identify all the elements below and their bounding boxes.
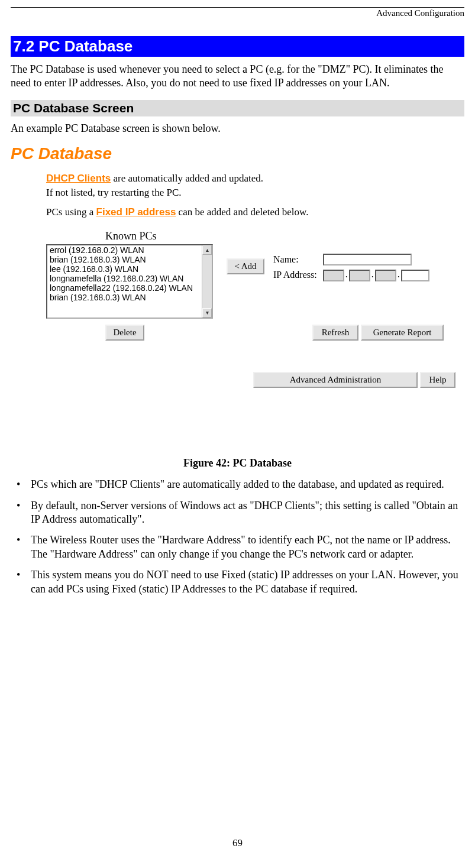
listbox-scrollbar[interactable]: ▴ ▾ — [202, 245, 212, 318]
generate-report-button[interactable]: Generate Report — [361, 325, 444, 341]
ip-octet-2[interactable] — [349, 270, 370, 281]
ui-title: PC Database — [11, 144, 464, 163]
advanced-admin-button[interactable]: Advanced Administration — [253, 372, 418, 388]
ui-body: Known PCs errol (192.168.0.2) WLAN brian… — [46, 230, 464, 449]
scroll-up-icon[interactable]: ▴ — [202, 245, 212, 255]
fixed-post-text: can be added and deleted below. — [176, 206, 308, 218]
ip-octet-1[interactable] — [323, 270, 344, 281]
list-item[interactable]: longnamefella (192.168.0.23) WLAN — [47, 274, 212, 283]
help-button[interactable]: Help — [420, 372, 455, 388]
fixed-ip-link[interactable]: Fixed IP address — [96, 206, 176, 218]
list-item: The Wireless Router uses the "Hardware A… — [14, 533, 464, 561]
figure-caption: Figure 42: PC Database — [11, 457, 464, 469]
ui-info-block: DHCP Clients are automatically added and… — [46, 171, 464, 219]
bullet-list: PCs which are "DHCP Clients" are automat… — [14, 478, 464, 596]
list-item: PCs which are "DHCP Clients" are automat… — [14, 478, 464, 491]
name-input[interactable] — [323, 254, 412, 265]
list-item[interactable]: brian (192.168.0.3) WLAN — [47, 293, 212, 302]
ui-panel: PC Database DHCP Clients are automatical… — [11, 144, 464, 449]
page-header: Advanced Configuration — [11, 7, 464, 36]
dhcp-clients-link[interactable]: DHCP Clients — [46, 173, 111, 184]
delete-button[interactable]: Delete — [105, 325, 144, 341]
known-pcs-label: Known PCs — [105, 230, 157, 242]
refresh-button[interactable]: Refresh — [312, 325, 358, 341]
ip-octet-4[interactable] — [401, 270, 429, 281]
sub-heading: PC Database Screen — [11, 100, 464, 116]
list-item[interactable]: brian (192.168.0.3) WLAN — [47, 255, 212, 264]
list-item: By default, non-Server versions of Windo… — [14, 499, 464, 527]
list-item[interactable]: longnamefella22 (192.168.0.24) WLAN — [47, 283, 212, 293]
fixed-pre-text: PCs using a — [46, 206, 96, 218]
ip-label: IP Address: — [271, 268, 319, 282]
form-area: Name: IP Address: ... — [270, 251, 433, 283]
scroll-down-icon[interactable]: ▾ — [202, 308, 212, 318]
list-item[interactable]: errol (192.168.0.2) WLAN — [47, 245, 212, 255]
breadcrumb: Advanced Configuration — [376, 8, 464, 18]
dhcp-rest-text: are automatically added and updated. — [111, 173, 263, 184]
page-number: 69 — [11, 837, 464, 849]
intro-paragraph: The PC Database is used whenever you nee… — [11, 63, 464, 90]
list-item: This system means you do NOT need to use… — [14, 568, 464, 596]
section-heading: 7.2 PC Database — [11, 36, 464, 57]
name-label: Name: — [271, 252, 319, 267]
restart-text: If not listed, try restarting the PC. — [46, 186, 464, 200]
add-button[interactable]: < Add — [227, 258, 264, 274]
known-pcs-listbox[interactable]: errol (192.168.0.2) WLAN brian (192.168.… — [46, 244, 213, 319]
list-item[interactable]: lee (192.168.0.3) WLAN — [47, 264, 212, 274]
ip-octet-3[interactable] — [375, 270, 396, 281]
example-text: An example PC Database screen is shown b… — [11, 122, 464, 135]
